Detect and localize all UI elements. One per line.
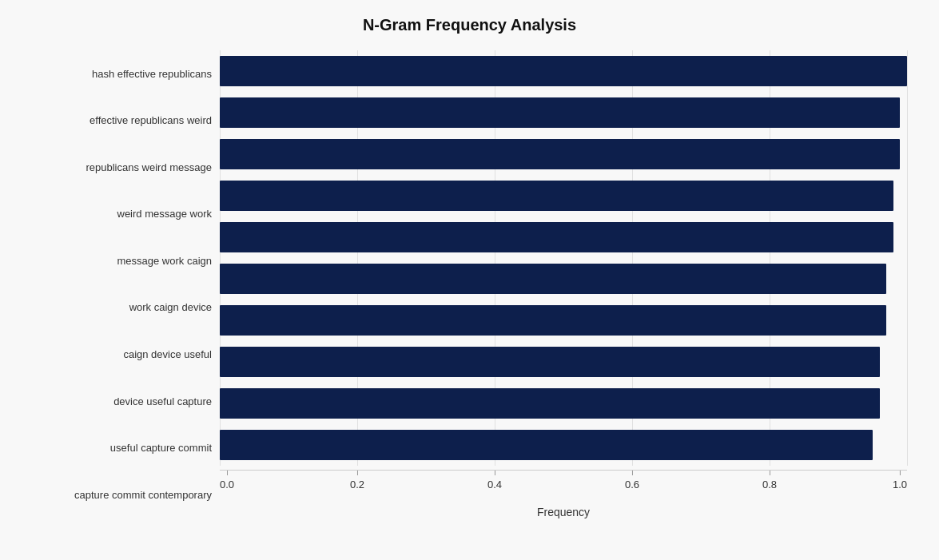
bar — [220, 181, 893, 211]
chart-container: N-Gram Frequency Analysis hash effective… — [0, 0, 939, 560]
bar — [220, 222, 893, 252]
y-axis-label: hash effective republicans — [92, 53, 212, 94]
x-tick-label: 1.0 — [893, 479, 907, 490]
bar-row — [220, 341, 907, 383]
y-axis-label: message work caign — [117, 240, 213, 282]
x-tick-label: 0.4 — [487, 479, 502, 490]
bar-row — [220, 175, 907, 216]
bar — [220, 97, 900, 128]
bars-section — [220, 50, 907, 466]
x-tick: 0.2 — [350, 471, 364, 490]
bar-row — [220, 50, 907, 92]
x-tick-line — [631, 471, 632, 475]
x-tick-line — [899, 471, 900, 475]
bar — [220, 430, 873, 460]
x-tick-label: 0.2 — [350, 479, 364, 490]
bar — [220, 56, 907, 86]
x-tick: 0.0 — [220, 471, 234, 490]
bar — [220, 388, 880, 419]
bar-row — [220, 383, 907, 424]
x-tick: 0.8 — [762, 471, 777, 490]
y-axis-label: caign device useful — [123, 334, 212, 375]
x-axis-title: Frequency — [220, 506, 907, 518]
bar-row — [220, 424, 907, 466]
y-axis-label: capture commit contemporary — [74, 475, 212, 516]
bar — [220, 305, 886, 336]
y-axis-label: weird message work — [117, 193, 213, 235]
x-tick: 1.0 — [893, 471, 907, 490]
bar-row — [220, 133, 907, 175]
x-tick-label: 0.8 — [762, 479, 777, 490]
x-axis: 0.00.20.40.60.81.0 — [220, 470, 907, 502]
x-tick-line — [227, 471, 228, 475]
x-tick-label: 0.0 — [220, 479, 234, 490]
x-tick: 0.4 — [487, 471, 502, 490]
bar-row — [220, 258, 907, 300]
bar-row — [220, 216, 907, 258]
y-axis-label: republicans weird message — [86, 146, 212, 188]
bars-and-grid: 0.00.20.40.60.81.0 Frequency — [220, 50, 907, 518]
bar — [220, 264, 886, 294]
y-axis-label: work caign device — [129, 287, 212, 328]
bar — [220, 139, 900, 169]
x-tick-label: 0.6 — [625, 479, 639, 490]
bar-row — [220, 300, 907, 341]
x-tick-line — [494, 471, 495, 475]
y-axis-label: effective republicans weird — [90, 100, 212, 141]
x-tick: 0.6 — [625, 471, 639, 490]
y-axis-label: device useful capture — [113, 380, 212, 422]
bar — [220, 347, 880, 377]
y-axis-labels: hash effective republicanseffective repu… — [32, 50, 220, 518]
x-tick-line — [769, 471, 770, 475]
chart-title: N-Gram Frequency Analysis — [363, 16, 576, 34]
y-axis-label: useful capture commit — [110, 427, 212, 469]
chart-area: hash effective republicanseffective repu… — [32, 50, 907, 518]
bar-row — [220, 92, 907, 133]
x-tick-line — [356, 471, 357, 475]
